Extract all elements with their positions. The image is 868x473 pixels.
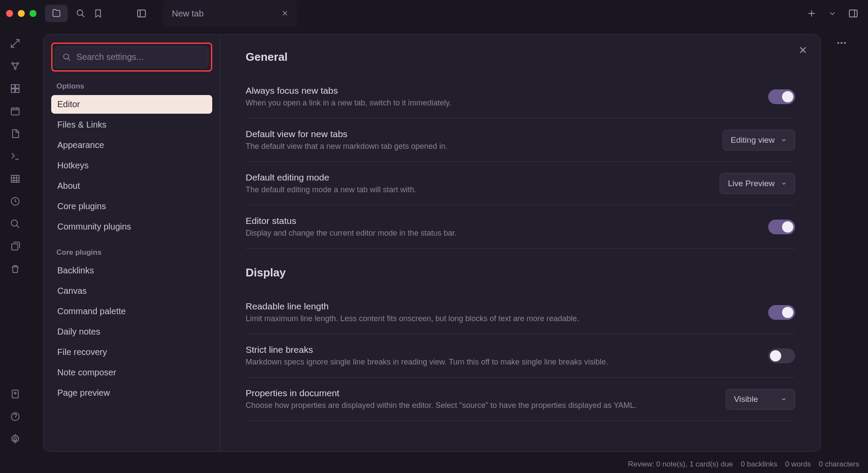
svg-point-20 <box>841 42 842 44</box>
nav-core-plugins[interactable]: Core plugins <box>51 197 212 216</box>
search-icon[interactable] <box>72 5 89 22</box>
nav-hotkeys[interactable]: Hotkeys <box>51 156 212 175</box>
toggle-editor-status[interactable] <box>768 220 795 234</box>
close-modal-icon[interactable]: ✕ <box>796 43 810 57</box>
settings-sidebar: Options Editor Files & Links Appearance … <box>43 35 220 451</box>
setting-title: Editor status <box>246 216 760 226</box>
setting-properties: Properties in document Choose how proper… <box>246 378 795 421</box>
search-settings[interactable] <box>55 46 208 68</box>
maximize-window[interactable] <box>30 10 36 17</box>
svg-rect-11 <box>11 175 19 182</box>
nav-daily-notes[interactable]: Daily notes <box>51 322 212 341</box>
svg-point-16 <box>14 392 16 394</box>
search-highlight <box>51 43 212 72</box>
nav-about[interactable]: About <box>51 177 212 195</box>
settings-modal: Options Editor Files & Links Appearance … <box>43 35 820 451</box>
setting-strict-line: Strict line breaks Markdown specs ignore… <box>246 334 795 378</box>
dropdown-value: Editing view <box>731 135 775 145</box>
tab-dropdown-icon[interactable] <box>824 5 841 22</box>
nav-editor[interactable]: Editor <box>51 95 212 114</box>
setting-default-mode: Default editing mode The default editing… <box>246 162 795 205</box>
left-rail <box>0 27 30 456</box>
search-icon <box>62 53 71 62</box>
nav-page-preview[interactable]: Page preview <box>51 384 212 402</box>
status-words: 0 words <box>785 460 811 469</box>
daily-note-icon[interactable] <box>9 105 21 117</box>
setting-default-view: Default view for new tabs The default vi… <box>246 118 795 162</box>
svg-rect-7 <box>16 85 19 88</box>
new-tab-icon[interactable] <box>803 5 820 22</box>
note-icon[interactable] <box>9 128 21 140</box>
left-sidebar-toggle[interactable] <box>133 5 150 22</box>
settings-content: ✕ General Always focus new tabs When you… <box>220 35 820 451</box>
setting-desc: Markdown specs ignore single line breaks… <box>246 358 760 367</box>
help-icon[interactable] <box>9 411 21 423</box>
svg-rect-8 <box>11 89 15 92</box>
statusbar: Review: 0 note(s), 1 card(s) due 0 backl… <box>0 456 868 473</box>
nav-canvas[interactable]: Canvas <box>51 282 212 300</box>
dropdown-default-view[interactable]: Editing view <box>723 130 795 151</box>
status-review[interactable]: Review: 0 note(s), 1 card(s) due <box>628 460 733 469</box>
setting-desc: The default view that a new markdown tab… <box>246 142 714 151</box>
setting-title: Properties in document <box>246 388 717 398</box>
close-window[interactable] <box>6 10 13 17</box>
close-tab-icon[interactable]: ✕ <box>282 9 288 18</box>
flashcards-icon[interactable] <box>9 240 21 253</box>
table-icon[interactable] <box>9 173 21 185</box>
svg-point-4 <box>17 62 19 64</box>
nav-community-plugins[interactable]: Community plugins <box>51 217 212 236</box>
right-sidebar-toggle[interactable] <box>845 5 862 22</box>
svg-point-22 <box>64 54 69 59</box>
status-characters: 0 characters <box>819 460 859 469</box>
section-general-heading: General <box>246 50 795 64</box>
minimize-window[interactable] <box>18 10 25 17</box>
location-icon[interactable] <box>9 388 21 400</box>
setting-readable-line: Readable line length Limit maximum line … <box>246 291 795 334</box>
setting-title: Default editing mode <box>246 172 711 183</box>
svg-rect-9 <box>16 89 19 92</box>
toggle-readable-line[interactable] <box>768 305 795 320</box>
nav-command-palette[interactable]: Command palette <box>51 302 212 321</box>
nav-appearance[interactable]: Appearance <box>51 136 212 154</box>
setting-editor-status: Editor status Display and change the cur… <box>246 205 795 249</box>
quick-switcher-icon[interactable] <box>9 37 21 49</box>
svg-point-3 <box>12 62 13 64</box>
svg-rect-2 <box>849 10 857 17</box>
dropdown-properties[interactable]: Visible <box>726 389 795 410</box>
svg-rect-14 <box>12 244 18 250</box>
svg-rect-10 <box>11 108 19 115</box>
nav-backlinks[interactable]: Backlinks <box>51 261 212 280</box>
search-input[interactable] <box>76 52 201 62</box>
dropdown-value: Live Preview <box>728 179 775 188</box>
dropdown-default-mode[interactable]: Live Preview <box>720 173 795 194</box>
toggle-strict-line[interactable] <box>768 348 795 363</box>
section-options-label: Options <box>56 82 212 91</box>
nav-file-recovery[interactable]: File recovery <box>51 343 212 361</box>
search-rail-icon[interactable] <box>9 218 21 230</box>
setting-title: Strict line breaks <box>246 345 760 355</box>
bookmark-icon[interactable] <box>89 5 107 22</box>
graph-view-icon[interactable] <box>9 60 21 72</box>
more-options-icon[interactable] <box>836 37 847 49</box>
svg-point-18 <box>14 438 16 440</box>
setting-title: Always focus new tabs <box>246 85 760 96</box>
settings-icon[interactable] <box>9 433 21 445</box>
dropdown-value: Visible <box>734 394 758 404</box>
setting-title: Default view for new tabs <box>246 129 714 139</box>
review-icon[interactable] <box>9 195 21 207</box>
vault-switcher[interactable] <box>45 5 68 22</box>
svg-point-0 <box>77 10 83 16</box>
nav-files-links[interactable]: Files & Links <box>51 115 212 134</box>
toggle-always-focus[interactable] <box>768 89 795 104</box>
chevron-down-icon <box>781 396 787 402</box>
setting-desc: Display and change the current editor mo… <box>246 229 760 238</box>
chevron-down-icon <box>781 181 787 187</box>
nav-note-composer[interactable]: Note composer <box>51 363 212 382</box>
tab-new[interactable]: New tab ✕ <box>163 0 297 27</box>
section-core-label: Core plugins <box>56 248 212 257</box>
status-backlinks[interactable]: 0 backlinks <box>741 460 777 469</box>
svg-point-21 <box>844 42 845 44</box>
command-palette-icon[interactable] <box>9 150 21 162</box>
trash-icon[interactable] <box>9 263 21 275</box>
canvas-icon[interactable] <box>9 82 21 95</box>
